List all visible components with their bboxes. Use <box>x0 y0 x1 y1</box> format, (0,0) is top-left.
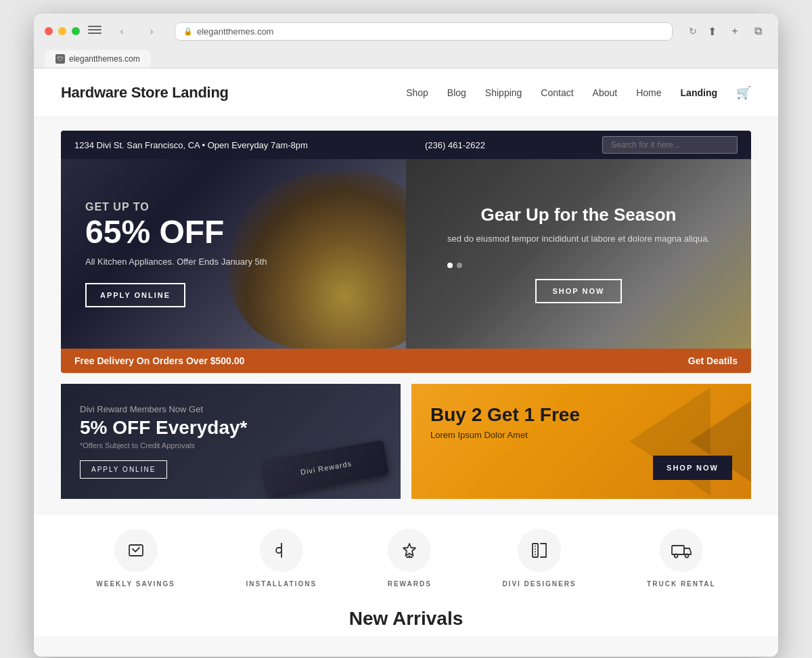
promo-dark-apply-button[interactable]: APPLY ONLINE <box>80 460 167 479</box>
svg-rect-1 <box>533 544 538 557</box>
forward-button[interactable]: › <box>142 22 161 41</box>
promo-dark-content: Divi Reward Members Now Get 5% OFF Every… <box>80 404 382 479</box>
promo-card-orange: Buy 2 Get 1 Free Lorem Ipsum Dolor Amet … <box>411 384 751 499</box>
svg-point-7 <box>674 554 677 558</box>
new-arrivals-heading: New Arrivals <box>34 594 778 636</box>
close-button[interactable] <box>45 27 53 35</box>
carousel-dots <box>447 263 710 268</box>
nav-blog[interactable]: Blog <box>447 87 466 98</box>
site-header: Hardware Store Landing Shop Blog Shippin… <box>34 68 778 117</box>
tab-label: elegantthemes.com <box>69 54 140 64</box>
installations-label: INSTALLATIONS <box>246 580 317 588</box>
carousel-dot-2[interactable] <box>457 263 462 268</box>
divi-designers-label: DIVI DESIGNERS <box>502 580 576 588</box>
tab-favicon: 🛡 <box>55 54 65 64</box>
new-arrivals-text: New Arrivals <box>349 608 464 629</box>
hero-pretitle: GET UP TO <box>85 201 382 213</box>
browser-chrome: ‹ › 🔒 elegantthemes.com ↻ ⬆ + ⧉ 🛡 elegan… <box>34 14 778 68</box>
hero-promo-bar: Free Delivery On Orders Over $500.00 Get… <box>61 349 751 373</box>
new-tab-button[interactable]: + <box>725 22 744 41</box>
hero-right-title: Gear Up for the Season <box>447 204 710 225</box>
installations-icon <box>260 529 303 572</box>
hero-right-content: Gear Up for the Season sed do eiusmod te… <box>447 204 710 303</box>
hero-left-content: GET UP TO 65% OFF All Kitchen Appliances… <box>85 201 382 307</box>
truck-rental-icon <box>660 529 703 572</box>
nav-contact[interactable]: Contact <box>541 87 573 98</box>
share-button[interactable]: ⬆ <box>702 22 721 41</box>
hero-right-panel: Gear Up for the Season sed do eiusmod te… <box>406 159 751 349</box>
nav-about[interactable]: About <box>593 87 618 98</box>
promo-dark-note: *Offers Subject to Credit Approvals <box>80 441 382 449</box>
browser-actions: ⬆ + ⧉ <box>702 22 767 41</box>
hero-top-bar: 1234 Divi St. San Francisco, CA • Open E… <box>61 131 751 159</box>
hero-banner: GET UP TO 65% OFF All Kitchen Appliances… <box>61 159 751 349</box>
back-button[interactable]: ‹ <box>112 22 131 41</box>
browser-window: ‹ › 🔒 elegantthemes.com ↻ ⬆ + ⧉ 🛡 elegan… <box>34 14 778 657</box>
nav-shipping[interactable]: Shipping <box>485 87 522 98</box>
site-logo: Hardware Store Landing <box>61 84 229 102</box>
hero-section: 1234 Divi St. San Francisco, CA • Open E… <box>61 131 751 373</box>
rewards-icon <box>388 529 431 572</box>
features-row: WEEKLY SAVINGS INSTALLATIONS <box>34 515 778 594</box>
promo-bar-left-text: Free Delivery On Orders Over $500.00 <box>74 355 244 366</box>
hero-shop-now-button[interactable]: SHOP NOW <box>535 279 623 303</box>
truck-rental-label: TRUCK RENTAL <box>647 580 716 588</box>
svg-rect-6 <box>672 546 684 554</box>
promo-cards: Divi Reward Members Now Get 5% OFF Every… <box>61 384 751 499</box>
address-bar[interactable]: 🔒 elegantthemes.com <box>175 22 673 41</box>
promo-orange-title: Buy 2 Get 1 Free <box>430 404 732 426</box>
rewards-label: REWARDS <box>388 580 432 588</box>
hero-apply-button[interactable]: APPLY ONLINE <box>85 283 185 307</box>
promo-dark-pretitle: Divi Reward Members Now Get <box>80 404 382 414</box>
divi-designers-icon <box>518 529 561 572</box>
hero-left-panel: GET UP TO 65% OFF All Kitchen Appliances… <box>61 159 406 349</box>
tabs-overview-button[interactable]: ⧉ <box>748 22 767 41</box>
feature-installations: INSTALLATIONS <box>246 529 317 588</box>
hero-discount-title: 65% OFF <box>85 216 382 248</box>
promo-bar-right-link[interactable]: Get Deatils <box>688 355 738 366</box>
nav-shop[interactable]: Shop <box>406 87 428 98</box>
promo-orange-subtitle: Lorem Ipsum Dolor Amet <box>430 430 732 440</box>
nav-home[interactable]: Home <box>636 87 661 98</box>
feature-rewards: REWARDS <box>388 529 432 588</box>
feature-weekly-savings: WEEKLY SAVINGS <box>96 529 175 588</box>
store-phone: (236) 461-2622 <box>425 140 485 150</box>
feature-truck-rental: TRUCK RENTAL <box>647 529 716 588</box>
hero-search-input[interactable] <box>602 136 738 154</box>
carousel-dot-1[interactable] <box>447 263 453 268</box>
promo-dark-title: 5% OFF Everyday* <box>80 417 382 439</box>
promo-orange-shop-button[interactable]: SHOP NOW <box>653 456 732 480</box>
url-text: elegantthemes.com <box>197 26 273 37</box>
active-tab[interactable]: 🛡 elegantthemes.com <box>45 50 151 68</box>
sidebar-toggle-icon[interactable] <box>88 26 102 37</box>
feature-divi-designers: DIVI DESIGNERS <box>502 529 576 588</box>
promo-orange-content: Buy 2 Get 1 Free Lorem Ipsum Dolor Amet <box>430 404 732 451</box>
promo-card-dark: Divi Reward Members Now Get 5% OFF Every… <box>61 384 401 499</box>
cart-icon[interactable]: 🛒 <box>736 85 751 100</box>
weekly-savings-icon <box>114 529 158 572</box>
maximize-button[interactable] <box>72 27 80 35</box>
reload-button[interactable]: ↻ <box>689 26 697 37</box>
svg-point-8 <box>685 554 688 558</box>
website-content: Hardware Store Landing Shop Blog Shippin… <box>34 68 778 657</box>
lock-icon: 🔒 <box>183 27 193 36</box>
hero-right-description: sed do eiusmod tempor incididunt ut labo… <box>447 232 710 246</box>
store-address: 1234 Divi St. San Francisco, CA • Open E… <box>74 140 308 150</box>
weekly-savings-label: WEEKLY SAVINGS <box>96 580 175 588</box>
main-content: 1234 Divi St. San Francisco, CA • Open E… <box>34 117 778 657</box>
minimize-button[interactable] <box>58 27 66 35</box>
hero-offer-subtitle: All Kitchen Appliances. Offer Ends Janua… <box>85 257 382 267</box>
browser-controls: ‹ › 🔒 elegantthemes.com ↻ ⬆ + ⧉ <box>45 22 767 41</box>
nav-landing[interactable]: Landing <box>681 87 717 98</box>
site-nav: Shop Blog Shipping Contact About Home La… <box>406 85 751 100</box>
browser-tabs: 🛡 elegantthemes.com <box>45 47 767 68</box>
